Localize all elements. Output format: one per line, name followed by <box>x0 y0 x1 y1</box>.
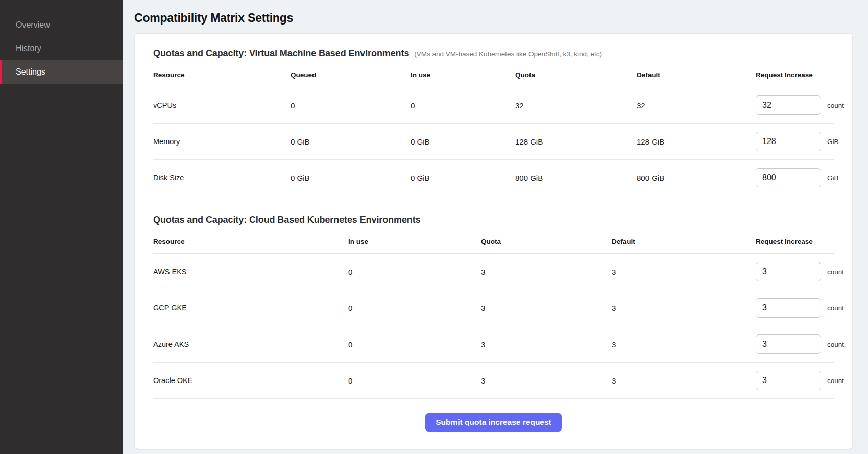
in-use-value: 0 <box>348 340 481 349</box>
column-header-request-increase: Request Increase <box>756 71 834 79</box>
resource-name: Azure AKS <box>153 340 348 348</box>
sidebar-nav: Overview History Settings <box>0 13 123 84</box>
submit-quota-increase-button[interactable]: Submit quota increase request <box>425 413 562 432</box>
vm-quota-table: Resource Queued In use Quota Default Req… <box>153 63 834 196</box>
cloud-table-row: Azure AKS 0 3 3 count <box>153 326 834 363</box>
quota-increase-input[interactable] <box>756 298 821 318</box>
resource-name: GCP GKE <box>153 304 348 312</box>
vm-section-subtitle: (VMs and VM-based Kubernetes like OpenSh… <box>414 50 602 58</box>
vm-section-header: Quotas and Capacity: Virtual Machine Bas… <box>153 48 834 59</box>
unit-label: GiB <box>827 138 839 146</box>
cloud-quota-table: Resource In use Quota Default Request In… <box>153 229 834 399</box>
default-value: 800 GiB <box>637 174 756 182</box>
cloud-table-header-row: Resource In use Quota Default Request In… <box>153 229 834 254</box>
cloud-section-title: Quotas and Capacity: Cloud Based Kuberne… <box>153 214 421 225</box>
vm-section-title: Quotas and Capacity: Virtual Machine Bas… <box>153 48 409 59</box>
unit-label: count <box>827 102 844 109</box>
resource-name: Memory <box>153 137 291 146</box>
quota-increase-input[interactable] <box>756 95 821 115</box>
resource-name: Disk Size <box>153 174 291 182</box>
resource-name: vCPUs <box>153 101 291 109</box>
column-header-quota: Quota <box>515 71 637 79</box>
column-header-in-use: In use <box>411 71 515 79</box>
column-header-in-use: In use <box>348 237 481 245</box>
request-increase-cell: count <box>756 262 844 281</box>
in-use-value: 0 <box>348 268 481 276</box>
column-header-default: Default <box>637 71 756 79</box>
cloud-table-row: Oracle OKE 0 3 3 count <box>153 363 834 399</box>
default-value: 3 <box>612 304 756 313</box>
in-use-value: 0 <box>348 376 481 385</box>
sidebar-item-label: History <box>16 44 41 53</box>
sidebar-item-overview[interactable]: Overview <box>0 13 123 37</box>
column-header-resource: Resource <box>153 237 348 245</box>
in-use-value: 0 <box>411 101 515 110</box>
column-header-resource: Resource <box>153 71 291 79</box>
app-root: Overview History Settings Compatibility … <box>0 0 868 454</box>
sidebar: Overview History Settings <box>0 0 123 454</box>
quota-increase-input[interactable] <box>756 334 821 354</box>
sidebar-item-settings[interactable]: Settings <box>0 60 123 84</box>
vm-table-row: Memory 0 GiB 0 GiB 128 GiB 128 GiB GiB <box>153 124 834 160</box>
quota-value: 3 <box>481 376 612 385</box>
cloud-table-row: GCP GKE 0 3 3 count <box>153 290 834 326</box>
in-use-value: 0 GiB <box>411 137 515 146</box>
default-value: 3 <box>612 268 756 276</box>
resource-name: Oracle OKE <box>153 376 348 385</box>
cloud-section-header: Quotas and Capacity: Cloud Based Kuberne… <box>153 214 834 225</box>
unit-label: count <box>827 268 844 276</box>
vm-table-row: Disk Size 0 GiB 0 GiB 800 GiB 800 GiB Gi… <box>153 160 834 196</box>
quota-value: 32 <box>515 101 637 110</box>
default-value: 3 <box>612 376 756 385</box>
request-increase-cell: count <box>756 371 844 390</box>
column-header-default: Default <box>612 237 756 245</box>
column-header-quota: Quota <box>481 237 612 245</box>
queued-value: 0 <box>291 101 411 110</box>
unit-label: count <box>827 377 844 385</box>
unit-label: count <box>827 304 844 312</box>
sidebar-item-label: Overview <box>16 20 50 30</box>
main-content: Compatibility Matrix Settings Quotas and… <box>123 0 868 454</box>
unit-label: GiB <box>827 174 839 182</box>
default-value: 128 GiB <box>637 137 756 146</box>
column-header-queued: Queued <box>291 71 411 79</box>
quota-increase-input[interactable] <box>756 371 821 390</box>
quota-value: 800 GiB <box>515 174 637 182</box>
sidebar-item-history[interactable]: History <box>0 37 123 60</box>
quota-increase-input[interactable] <box>756 132 821 151</box>
request-increase-cell: count <box>756 95 844 115</box>
in-use-value: 0 GiB <box>411 174 515 182</box>
unit-label: count <box>827 341 844 348</box>
quota-increase-input[interactable] <box>756 262 821 281</box>
page-title: Compatibility Matrix Settings <box>134 11 853 25</box>
quota-value: 3 <box>481 268 612 276</box>
request-increase-cell: count <box>756 334 844 354</box>
request-increase-cell: GiB <box>756 132 839 151</box>
submit-button-row: Submit quota increase request <box>153 413 834 432</box>
cloud-table-row: AWS EKS 0 3 3 count <box>153 254 834 290</box>
quota-value: 3 <box>481 340 612 349</box>
resource-name: AWS EKS <box>153 268 348 276</box>
default-value: 32 <box>637 101 756 110</box>
quota-value: 128 GiB <box>515 137 637 146</box>
request-increase-cell: GiB <box>756 168 839 187</box>
quota-value: 3 <box>481 304 612 313</box>
quota-increase-input[interactable] <box>756 168 821 187</box>
queued-value: 0 GiB <box>291 137 411 146</box>
vm-table-header-row: Resource Queued In use Quota Default Req… <box>153 63 834 87</box>
default-value: 3 <box>612 340 756 349</box>
vm-table-row: vCPUs 0 0 32 32 count <box>153 87 834 124</box>
sidebar-item-label: Settings <box>16 67 45 77</box>
queued-value: 0 GiB <box>291 174 411 182</box>
request-increase-cell: count <box>756 298 844 318</box>
in-use-value: 0 <box>348 304 481 313</box>
column-header-request-increase: Request Increase <box>756 237 834 245</box>
quota-settings-card: Quotas and Capacity: Virtual Machine Bas… <box>134 33 853 449</box>
